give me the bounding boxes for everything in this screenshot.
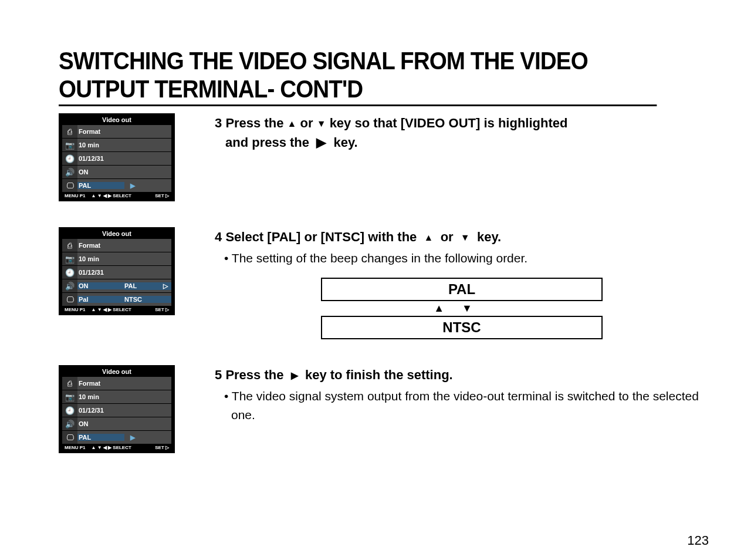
menu-label: Format [77, 380, 124, 387]
option-pal: PAL [321, 278, 603, 301]
up-arrow-icon: ▲ [424, 231, 434, 244]
tv-icon: 🖵 [66, 433, 74, 442]
menu-footer-mid: ▲ ▼ ◀ ▶ SELECT [92, 307, 131, 312]
step-4-block: Video out ⎙ Format 📷 10 min 🕘 01/12/31 🔊… [59, 227, 709, 339]
camera-icon: 📷 [65, 393, 75, 402]
menu-label: 01/12/31 [77, 269, 124, 276]
down-arrow-icon: ▼ [317, 117, 326, 130]
speaker-icon: 🔊 [65, 282, 75, 291]
right-arrow-icon: ▶ [316, 135, 326, 150]
menu-footer-left: MENU P1 [65, 307, 86, 312]
format-icon: ⎙ [67, 379, 72, 388]
menu-row-10min: 📷 10 min [62, 390, 171, 403]
step-3-block: Video out ⎙ Format 📷 10 min 🕘 01/12/31 🔊… [59, 113, 709, 201]
menu-footer: MENU P1 ▲ ▼ ◀ ▶ SELECT SET ▷ [62, 192, 171, 200]
camera-icon: 📷 [65, 141, 75, 150]
page-number: 123 [687, 533, 709, 548]
step-5-block: Video out ⎙ Format 📷 10 min 🕘 01/12/31 🔊… [59, 365, 709, 453]
menu-label: 01/12/31 [77, 407, 124, 414]
menu-row-10min: 📷 10 min [62, 138, 171, 151]
menu-row-pal: 🖵 PAL ▶ [62, 430, 171, 444]
menu-footer-right: SET ▷ [155, 307, 169, 312]
step5-bullet: • The video signal system output from th… [219, 387, 709, 424]
menu-row-pal: 🖵 Pal NTSC [62, 292, 171, 306]
menu-value: PAL [124, 282, 137, 289]
menu-label: ON [77, 168, 124, 176]
clock-icon: 🕘 [65, 268, 75, 277]
menu-row-date: 🕘 01/12/31 [62, 403, 171, 417]
menu-row-date: 🕘 01/12/31 [62, 151, 171, 165]
step3-line1: 3 Press the ▲ or ▼ key so that [VIDEO OU… [215, 114, 709, 133]
speaker-icon: 🔊 [65, 420, 75, 429]
screen-title: Video out [62, 367, 171, 376]
step3-line2: and press the ▶ key. [225, 135, 709, 150]
right-arrow-icon: ▶ [124, 434, 135, 441]
menu-row-pal: 🖵 PAL ▶ [62, 178, 171, 192]
clock-icon: 🕘 [65, 154, 75, 163]
menu-label: 10 min [77, 393, 124, 400]
menu-label: Pal [77, 296, 124, 303]
menu-footer-mid: ▲ ▼ ◀ ▶ SELECT [92, 445, 131, 450]
menu-footer: MENU P1 ▲ ▼ ◀ ▶ SELECT SET ▷ [62, 444, 171, 451]
right-arrow-icon: ▶ [291, 369, 298, 382]
down-arrow-icon: ▼ [461, 231, 470, 244]
menu-footer-right: SET ▷ [155, 445, 169, 450]
menu-footer-mid: ▲ ▼ ◀ ▶ SELECT [92, 193, 131, 198]
up-arrow-icon: ▲ [288, 117, 297, 130]
menu-footer-left: MENU P1 [65, 193, 86, 198]
menu-screen-step3: Video out ⎙ Format 📷 10 min 🕘 01/12/31 🔊… [59, 113, 175, 201]
option-ntsc: NTSC [321, 316, 603, 339]
menu-row-format: ⎙ Format [62, 124, 171, 138]
menu-row-date: 🕘 01/12/31 [62, 265, 171, 279]
menu-label: Format [77, 128, 124, 135]
tv-icon: 🖵 [66, 181, 74, 190]
option-table: PAL ▲▼ NTSC [321, 278, 603, 339]
menu-row-on: 🔊 ON [62, 165, 171, 178]
menu-footer-left: MENU P1 [65, 445, 86, 450]
menu-label: 10 min [77, 255, 124, 262]
menu-label: ON [77, 282, 124, 289]
menu-label: 01/12/31 [77, 155, 124, 162]
screen-title: Video out [62, 115, 171, 124]
menu-screen-step5: Video out ⎙ Format 📷 10 min 🕘 01/12/31 🔊… [59, 365, 175, 453]
camera-icon: 📷 [65, 255, 75, 264]
menu-label: PAL [77, 434, 124, 441]
step5-line1: 5 Press the ▶ key to finish the setting. [215, 366, 709, 384]
page-title: SWITCHING THE VIDEO SIGNAL FROM THE VIDE… [59, 47, 657, 106]
menu-row-format: ⎙ Format [62, 376, 171, 390]
clock-icon: 🕘 [65, 406, 75, 415]
menu-label: ON [77, 420, 124, 427]
tv-icon: 🖵 [66, 295, 74, 304]
speaker-icon: 🔊 [65, 168, 75, 177]
menu-label: Format [77, 242, 124, 249]
menu-footer-right: SET ▷ [155, 193, 169, 198]
step4-bullet: • The setting of the beep changes in the… [219, 249, 709, 268]
menu-footer: MENU P1 ▲ ▼ ◀ ▶ SELECT SET ▷ [62, 306, 171, 313]
menu-label: PAL [77, 182, 124, 189]
right-arrow-icon: ▷ [163, 282, 168, 290]
format-icon: ⎙ [67, 241, 72, 250]
format-icon: ⎙ [67, 127, 72, 136]
right-arrow-icon: ▶ [124, 182, 135, 190]
step4-line1: 4 Select [PAL] or [NTSC] with the ▲ or ▼… [215, 228, 709, 247]
menu-row-10min: 📷 10 min [62, 252, 171, 265]
arrow-row: ▲▼ [321, 301, 603, 316]
menu-value: NTSC [124, 296, 142, 303]
menu-row-format: ⎙ Format [62, 238, 171, 252]
down-arrow-icon: ▼ [462, 302, 490, 314]
menu-screen-step4: Video out ⎙ Format 📷 10 min 🕘 01/12/31 🔊… [59, 227, 175, 315]
up-arrow-icon: ▲ [434, 302, 462, 314]
menu-label: 10 min [77, 141, 124, 149]
menu-row-on: 🔊 ON [62, 417, 171, 430]
menu-row-on: 🔊 ON PAL ▷ [62, 279, 171, 292]
screen-title: Video out [62, 229, 171, 238]
